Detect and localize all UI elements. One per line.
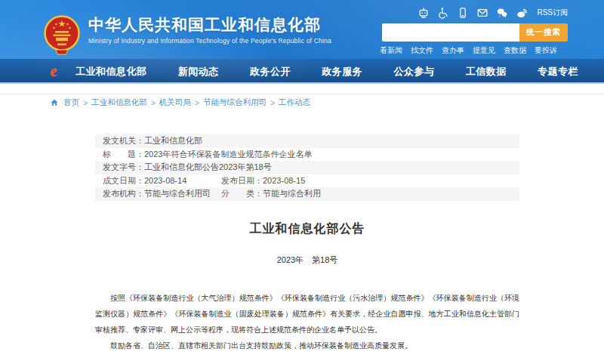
site-header: 中华人民共和国工业和信息化部 Ministry of Industry and … <box>0 0 604 59</box>
doc-info-value: 节能与综合利用司 <box>144 189 211 198</box>
nav-items: 工业和信息化部新闻动态政务公开政务服务公众参与工信数据专题专栏 <box>76 59 578 84</box>
doc-info-cell: 发布机构：节能与综合利用司 <box>95 188 214 199</box>
doc-info-cell: 发布日期：2023-08-15 <box>214 175 332 187</box>
mobile-icon[interactable] <box>457 7 469 19</box>
nav-item[interactable]: 工业和信息化部 <box>76 65 147 79</box>
breadcrumb-item: 工作动态 <box>279 97 310 108</box>
doc-info-label: 成文日期： <box>103 176 144 185</box>
doc-info-label: 发文字号： <box>103 162 144 171</box>
page: 中华人民共和国工业和信息化部 Ministry of Industry and … <box>0 0 604 364</box>
doc-info-cell: 标 题：2023年符合环保装备制造业规范条件企业名单 <box>95 149 312 160</box>
rss-link[interactable]: RSS订阅 <box>537 8 568 18</box>
doc-info-value: 2023-08-14 <box>144 176 186 185</box>
quick-link[interactable]: 要投诉 <box>535 45 557 56</box>
national-emblem-logo <box>42 14 82 57</box>
quick-link[interactable]: 查数据 <box>504 45 526 56</box>
divider <box>0 94 604 94</box>
quick-link[interactable]: 查办事 <box>442 45 464 56</box>
article-paragraph: 鼓励各省、自治区、直辖市相关部门出台支持鼓励政策，推动环保装备制造业高质量发展。 <box>95 338 519 353</box>
nav-item[interactable]: 政务服务 <box>322 65 362 79</box>
breadcrumb-separator: > <box>270 98 275 107</box>
breadcrumb-item[interactable]: 机关司局 <box>159 97 191 108</box>
breadcrumb-item[interactable]: 节能与综合利用司 <box>203 97 267 108</box>
accessibility-icon[interactable] <box>437 7 449 19</box>
article-issue-number: 2023年 第18号 <box>95 254 519 266</box>
doc-info-row: 发文机关：工业和信息化部 <box>95 134 519 148</box>
doc-info-value: 2023年符合环保装备制造业规范条件企业名单 <box>144 150 312 159</box>
nav-item[interactable]: 工信数据 <box>466 65 507 79</box>
nav-item[interactable]: 新闻动态 <box>178 65 219 79</box>
doc-info-cell: 发文机关：工业和信息化部 <box>95 135 202 147</box>
article-paragraph: 按照《环保装备制造行业（大气治理）规范条件》《环保装备制造行业（污水治理）规范条… <box>95 290 519 338</box>
breadcrumb-separator: > <box>83 98 88 107</box>
quick-links: 看新闻找文件查办事提意见查数据要投诉 <box>380 45 557 56</box>
search-input[interactable] <box>382 23 519 42</box>
site-subtitle: Ministry of Industry and Information Tec… <box>88 37 331 45</box>
doc-info-label: 发文机关： <box>103 136 144 145</box>
doc-info-value: 2023-08-15 <box>263 176 305 185</box>
mail-icon[interactable] <box>476 7 488 19</box>
quick-link[interactable]: 看新闻 <box>380 45 402 56</box>
doc-info-label: 发布机构： <box>103 189 144 198</box>
doc-info-row: 成文日期：2023-08-14发布日期：2023-08-15 <box>95 174 519 188</box>
robot-icon[interactable] <box>418 7 430 19</box>
nav-item[interactable]: 公众参与 <box>394 65 435 79</box>
doc-info-value: 节能与综合利用 <box>263 189 321 198</box>
quick-link[interactable]: 提意见 <box>473 45 495 56</box>
nav-item[interactable]: 政务公开 <box>250 65 291 79</box>
search-button[interactable]: 统一搜索 <box>519 23 568 42</box>
weibo-icon[interactable] <box>516 7 528 19</box>
doc-info-row: 发布机构：节能与综合利用司分 类：节能与综合利用 <box>95 187 519 201</box>
doc-info-value: 工业和信息化部 <box>144 136 202 145</box>
breadcrumb-separator: > <box>195 98 199 107</box>
doc-info-row: 发文字号：工业和信息化部公告2023年第18号 <box>95 161 519 174</box>
main-nav: e 工业和信息化部新闻动态政务公开政务服务公众参与工信数据专题专栏 <box>0 59 604 84</box>
doc-info-label: 发布日期： <box>221 176 263 185</box>
miit-logo-icon: e <box>44 61 63 82</box>
breadcrumb-item[interactable]: 首页 <box>63 97 79 108</box>
site-brand-text: 中华人民共和国工业和信息化部 Ministry of Industry and … <box>88 14 331 45</box>
doc-info-cell: 发文字号：工业和信息化部公告2023年第18号 <box>95 162 272 173</box>
doc-info-row: 标 题：2023年符合环保装备制造业规范条件企业名单 <box>95 148 519 162</box>
doc-info-value: 工业和信息化部公告2023年第18号 <box>144 162 272 171</box>
search-bar: 统一搜索 <box>382 23 568 42</box>
site-brand: 中华人民共和国工业和信息化部 Ministry of Industry and … <box>42 14 331 57</box>
article-body: 按照《环保装备制造行业（大气治理）规范条件》《环保装备制造行业（污水治理）规范条… <box>95 290 519 353</box>
doc-info-label: 标 题： <box>103 150 144 159</box>
doc-info-label: 分 类： <box>221 189 263 198</box>
site-title: 中华人民共和国工业和信息化部 <box>88 14 331 35</box>
breadcrumb: 首页>工业和信息化部>机关司局>节能与综合利用司>工作动态 <box>50 97 310 108</box>
header-icon-row: RSS订阅 <box>418 7 568 19</box>
doc-info-cell: 分 类：节能与综合利用 <box>214 188 332 199</box>
doc-info-table: 发文机关：工业和信息化部标 题：2023年符合环保装备制造业规范条件企业名单发文… <box>95 134 519 201</box>
home-icon[interactable] <box>50 98 59 107</box>
breadcrumb-separator: > <box>151 98 156 107</box>
article-title: 工业和信息化部公告 <box>95 221 519 237</box>
nav-item[interactable]: 专题专栏 <box>538 65 578 79</box>
wechat-icon[interactable] <box>496 7 508 19</box>
breadcrumb-item[interactable]: 工业和信息化部 <box>91 97 147 108</box>
doc-info-cell: 成文日期：2023-08-14 <box>95 175 214 187</box>
quick-link[interactable]: 找文件 <box>411 45 433 56</box>
